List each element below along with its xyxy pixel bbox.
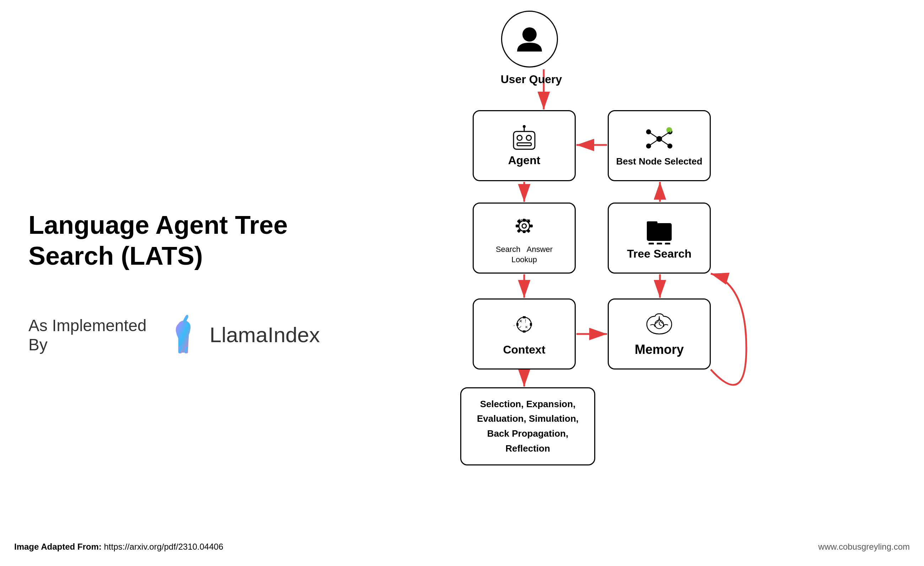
svg-rect-53 bbox=[530, 323, 532, 326]
svg-rect-0 bbox=[178, 346, 182, 353]
lookup-label: Lookup bbox=[512, 255, 537, 264]
tree-search-icon bbox=[642, 216, 677, 244]
svg-rect-1 bbox=[184, 346, 188, 353]
svg-rect-33 bbox=[516, 225, 519, 228]
svg-rect-50 bbox=[523, 316, 526, 318]
svg-rect-44 bbox=[665, 243, 670, 244]
svg-point-15 bbox=[526, 135, 531, 140]
svg-line-26 bbox=[649, 139, 659, 146]
implemented-by-row: As Implemented By LlamaIndex bbox=[28, 314, 320, 356]
user-circle bbox=[501, 10, 558, 67]
llama-icon bbox=[167, 314, 199, 356]
svg-rect-43 bbox=[657, 243, 662, 244]
context-box: ✕ ! ✓ ✕ → * ? Context bbox=[472, 298, 576, 370]
svg-rect-13 bbox=[513, 132, 535, 149]
svg-rect-42 bbox=[649, 243, 654, 244]
image-credit: Image Adapted From: https://arxiv.org/pd… bbox=[14, 542, 223, 552]
svg-point-30 bbox=[522, 224, 526, 228]
user-query-label: User Query bbox=[482, 73, 581, 86]
memory-label: Memory bbox=[635, 342, 684, 357]
context-label: Context bbox=[503, 343, 545, 356]
svg-rect-36 bbox=[526, 229, 530, 233]
svg-line-27 bbox=[659, 132, 670, 139]
robot-icon bbox=[508, 124, 540, 151]
tree-search-box: Tree Search bbox=[608, 202, 711, 274]
svg-rect-32 bbox=[523, 230, 526, 233]
agent-box: Agent bbox=[472, 110, 576, 181]
svg-line-28 bbox=[659, 139, 670, 146]
svg-line-59 bbox=[659, 324, 662, 326]
svg-text:✓: ✓ bbox=[519, 325, 522, 329]
left-section: Language Agent Tree Search (LATS) As Imp… bbox=[0, 0, 320, 566]
svg-text:*: * bbox=[513, 324, 514, 328]
svg-rect-34 bbox=[530, 225, 533, 228]
agent-label: Agent bbox=[508, 154, 540, 167]
svg-text:?: ? bbox=[528, 318, 530, 321]
actions-labels: Search Answer Lookup bbox=[496, 244, 553, 265]
svg-text:✕: ✕ bbox=[525, 325, 528, 329]
context-icon: ✕ ! ✓ ✕ → * ? bbox=[506, 312, 542, 340]
best-node-box: Best Node Selected bbox=[608, 110, 711, 181]
svg-text:Actions: Actions bbox=[518, 218, 530, 222]
search-label: Search bbox=[496, 245, 520, 254]
diagram-section: User Query Agent bbox=[320, 0, 924, 566]
memory-icon bbox=[642, 311, 677, 339]
bottom-box: Selection, Expansion, Evaluation, Simula… bbox=[460, 387, 595, 466]
llamaindex-brand: LlamaIndex bbox=[210, 323, 320, 347]
memory-box: Memory bbox=[608, 298, 711, 370]
actions-icon: Actions bbox=[506, 211, 542, 243]
svg-rect-52 bbox=[516, 323, 519, 326]
implemented-by-text: As Implemented By bbox=[28, 316, 156, 354]
network-icon bbox=[642, 125, 677, 153]
svg-point-14 bbox=[517, 135, 522, 140]
answer-label: Answer bbox=[526, 245, 553, 254]
bottom-box-text: Selection, Expansion, Evaluation, Simula… bbox=[468, 397, 587, 456]
svg-rect-51 bbox=[523, 331, 526, 332]
svg-point-18 bbox=[523, 125, 526, 128]
main-title: Language Agent Tree Search (LATS) bbox=[28, 210, 320, 271]
arrows-overlay bbox=[320, 0, 924, 566]
user-icon bbox=[513, 23, 546, 55]
svg-line-25 bbox=[649, 132, 659, 139]
svg-rect-16 bbox=[517, 143, 531, 146]
actions-box: Actions Search Answer Lookup bbox=[472, 202, 576, 274]
svg-rect-41 bbox=[647, 222, 657, 227]
svg-text:!: ! bbox=[525, 319, 526, 324]
best-node-label: Best Node Selected bbox=[616, 156, 703, 167]
svg-text:→: → bbox=[518, 318, 520, 321]
svg-point-12 bbox=[522, 27, 537, 42]
tree-search-label: Tree Search bbox=[627, 247, 691, 261]
